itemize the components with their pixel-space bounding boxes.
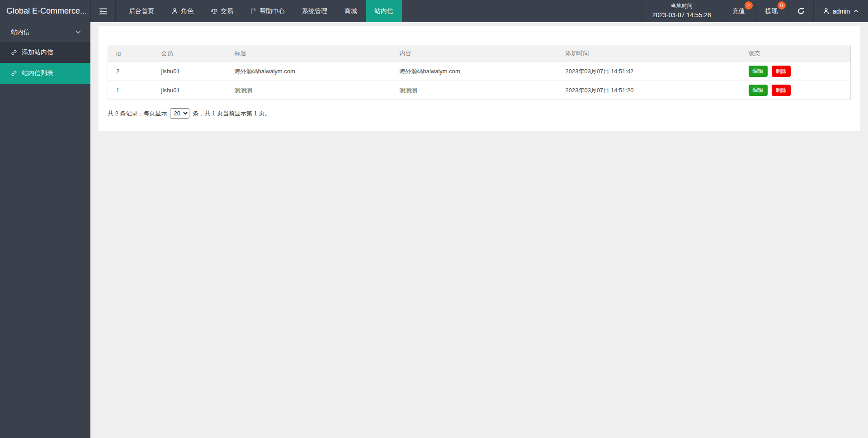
withdraw-button[interactable]: 提现 0 xyxy=(755,0,788,22)
pagination-prefix: 共 2 条记录，每页显示 xyxy=(108,110,167,118)
cell-id: 2 xyxy=(108,62,153,81)
recharge-badge: 2 xyxy=(745,1,753,10)
refresh-button[interactable] xyxy=(788,0,813,22)
main-menu: 后台首页 角色 交易 xyxy=(120,0,402,22)
col-header-title: 标题 xyxy=(226,45,392,62)
cell-actions: 编辑删除 xyxy=(741,62,851,81)
messages-table: id 会员 标题 内容 添加时间 状态 2 jishu01 海外源码haiwai… xyxy=(108,45,851,100)
sidebar-item-label: 添加站内信 xyxy=(22,48,53,57)
cell-title: 测测测 xyxy=(226,81,392,100)
col-header-status: 状态 xyxy=(741,45,851,62)
local-time-label: 当地时间 xyxy=(671,2,693,10)
chevron-up-icon xyxy=(853,8,859,14)
nav-item-messages[interactable]: 站内信 xyxy=(366,0,402,22)
cell-content: 海外源码haiwaiym.com xyxy=(392,62,557,81)
nav-item-transactions[interactable]: 交易 xyxy=(202,0,242,22)
nav-item-roles[interactable]: 角色 xyxy=(163,0,202,22)
delete-button[interactable]: 删除 xyxy=(772,66,791,77)
link-icon xyxy=(11,70,17,76)
sidebar-group-label: 站内信 xyxy=(11,28,30,36)
cell-content: 测测测 xyxy=(392,81,557,100)
person-icon xyxy=(171,8,178,14)
local-time: 当地时间 2023-03-07 14:55:28 xyxy=(641,0,722,22)
navbar-spacer xyxy=(402,0,641,22)
sidebar-toggle-button[interactable] xyxy=(90,0,116,22)
table-header-row: id 会员 标题 内容 添加时间 状态 xyxy=(108,45,851,62)
cell-actions: 编辑删除 xyxy=(741,81,851,100)
nav-item-system[interactable]: 系统管理 xyxy=(293,0,336,22)
page-size-select[interactable]: 20 xyxy=(170,108,189,119)
nav-item-mall[interactable]: 商城 xyxy=(336,0,366,22)
table-row: 2 jishu01 海外源码haiwaiym.com 海外源码haiwaiym.… xyxy=(108,62,851,81)
main-content: id 会员 标题 内容 添加时间 状态 2 jishu01 海外源码haiwai… xyxy=(90,22,868,438)
sidebar-item-message-list[interactable]: 站内信列表 xyxy=(0,63,90,84)
sidebar-item-label: 站内信列表 xyxy=(22,69,53,77)
table-row: 1 jishu01 测测测 测测测 2023年03月07日 14:51:20 编… xyxy=(108,81,851,100)
brand-logo[interactable]: Global E-Commerce... xyxy=(0,0,90,22)
cell-time: 2023年03月07日 14:51:42 xyxy=(557,62,741,81)
user-menu[interactable]: admin xyxy=(813,0,868,22)
delete-button[interactable]: 删除 xyxy=(772,85,791,96)
col-header-member: 会员 xyxy=(153,45,226,62)
user-icon xyxy=(823,8,830,14)
withdraw-badge: 0 xyxy=(778,1,786,10)
sidebar: 站内信 添加站内信 xyxy=(0,22,90,438)
nav-item-help-center[interactable]: 帮助中心 xyxy=(242,0,293,22)
sidebar-submenu: 添加站内信 站内信列表 xyxy=(0,42,90,84)
refresh-icon xyxy=(797,7,805,15)
pagination: 共 2 条记录，每页显示 20 条，共 1 页当前显示第 1 页。 xyxy=(108,108,851,119)
col-header-time: 添加时间 xyxy=(557,45,741,62)
edit-button[interactable]: 编辑 xyxy=(749,85,768,96)
cell-id: 1 xyxy=(108,81,153,100)
col-header-id: id xyxy=(108,45,153,62)
flag-icon xyxy=(250,8,257,14)
message-list-card: id 会员 标题 内容 添加时间 状态 2 jishu01 海外源码haiwai… xyxy=(99,26,860,131)
link-icon xyxy=(11,49,17,56)
cell-member: jishu01 xyxy=(153,81,226,100)
recharge-button[interactable]: 充值 2 xyxy=(722,0,755,22)
chevron-down-icon xyxy=(75,29,81,35)
menu-toggle-icon xyxy=(99,8,107,14)
nav-item-dashboard[interactable]: 后台首页 xyxy=(120,0,163,22)
cell-title: 海外源码haiwaiym.com xyxy=(226,62,392,81)
pagination-suffix: 条，共 1 页当前显示第 1 页。 xyxy=(193,110,270,118)
sidebar-item-add-message[interactable]: 添加站内信 xyxy=(0,42,90,63)
top-navbar: Global E-Commerce... 后台首页 角色 xyxy=(0,0,868,22)
edit-button[interactable]: 编辑 xyxy=(749,66,768,77)
local-time-value: 2023-03-07 14:55:28 xyxy=(652,10,711,20)
username: admin xyxy=(833,8,850,15)
scales-icon xyxy=(211,8,218,14)
cell-time: 2023年03月07日 14:51:20 xyxy=(557,81,741,100)
col-header-content: 内容 xyxy=(392,45,557,62)
sidebar-group-messages[interactable]: 站内信 xyxy=(0,22,90,42)
cell-member: jishu01 xyxy=(153,62,226,81)
